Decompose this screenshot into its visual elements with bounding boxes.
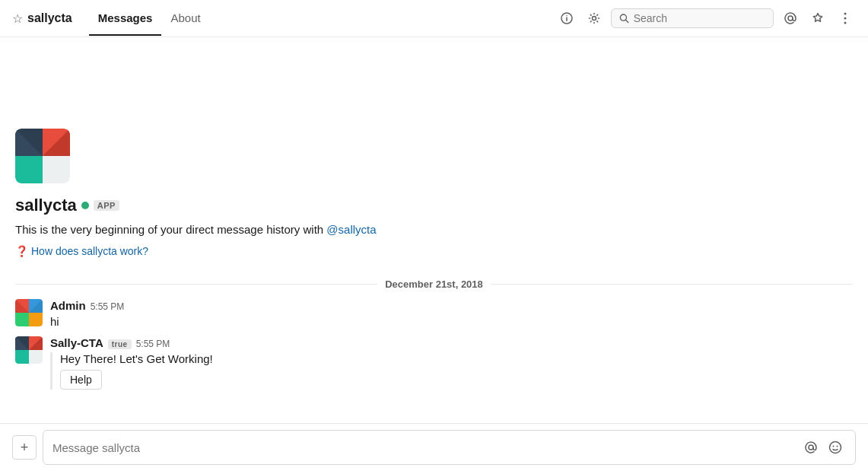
bot-mention-link[interactable]: @sallycta — [326, 223, 376, 236]
date-label: December 21st, 2018 — [385, 278, 483, 290]
sallycta-avatar-small — [15, 336, 43, 364]
at-mention-button[interactable] — [800, 437, 822, 458]
message-content: Admin 5:55 PM hi — [50, 299, 853, 331]
intro-name-row: sallycta APP — [15, 196, 853, 215]
header-right — [556, 8, 856, 29]
header: ☆ sallycta Messages About — [0, 0, 868, 37]
date-divider: December 21st, 2018 — [0, 272, 868, 296]
header-left: ☆ sallycta Messages About — [12, 2, 556, 36]
input-actions — [800, 437, 846, 458]
message-content: Sally-CTA true 5:55 PM Hey There! Let's … — [50, 336, 853, 390]
search-input[interactable] — [634, 12, 765, 24]
more-icon-button[interactable] — [835, 8, 856, 29]
message-input-wrapper[interactable] — [43, 430, 856, 465]
header-tabs: Messages About — [89, 2, 210, 36]
svg-point-32 — [830, 442, 841, 453]
svg-rect-27 — [15, 350, 29, 364]
svg-rect-21 — [29, 313, 43, 326]
message-time: 5:55 PM — [136, 339, 170, 349]
at-icon-button[interactable] — [780, 8, 801, 29]
admin-avatar — [15, 299, 43, 326]
help-button[interactable]: Help — [60, 370, 102, 390]
star-icon[interactable]: ☆ — [12, 11, 23, 26]
bot-name: sallycta — [15, 196, 77, 215]
svg-line-5 — [626, 20, 628, 22]
main-content: sallycta APP This is the very beginning … — [0, 37, 868, 423]
avatar — [15, 336, 43, 364]
svg-rect-14 — [43, 156, 70, 183]
app-badge: APP — [94, 200, 119, 211]
info-icon-button[interactable] — [556, 8, 577, 29]
table-row: Admin 5:55 PM hi — [15, 296, 853, 334]
sender-name[interactable]: Sally-CTA — [50, 336, 103, 349]
add-attachment-button[interactable]: + — [12, 435, 37, 460]
table-row: Sally-CTA true 5:55 PM Hey There! Let's … — [15, 333, 853, 393]
message-input[interactable] — [52, 441, 800, 454]
channel-intro: sallycta APP This is the very beginning … — [0, 37, 868, 272]
app-badge: true — [108, 339, 132, 349]
svg-rect-20 — [15, 313, 29, 326]
svg-point-34 — [837, 446, 838, 447]
svg-point-9 — [844, 22, 847, 24]
messages-list: Admin 5:55 PM hi — [0, 296, 868, 399]
settings-icon-button[interactable] — [583, 8, 605, 29]
bot-avatar-large — [15, 129, 70, 183]
message-attachment: Hey There! Let's Get Working! Help — [50, 352, 853, 390]
sender-name[interactable]: Admin — [50, 299, 86, 312]
svg-rect-2 — [566, 15, 568, 17]
svg-rect-28 — [29, 350, 43, 364]
message-text: hi — [50, 313, 853, 331]
favorites-icon-button[interactable] — [807, 8, 828, 29]
intro-avatar — [15, 129, 70, 183]
intro-description: This is the very beginning of your direc… — [15, 221, 853, 239]
how-does-it-work-link[interactable]: ❓ How does sallycta work? — [15, 245, 853, 257]
message-time: 5:55 PM — [91, 301, 125, 312]
tab-about[interactable]: About — [161, 2, 209, 36]
svg-point-31 — [809, 445, 813, 450]
emoji-button[interactable] — [825, 437, 846, 458]
message-header: Admin 5:55 PM — [50, 299, 853, 312]
message-header: Sally-CTA true 5:55 PM — [50, 336, 853, 349]
channel-title: sallycta — [27, 11, 72, 25]
online-status-dot — [81, 202, 89, 209]
svg-rect-13 — [15, 156, 43, 183]
svg-rect-1 — [566, 18, 568, 22]
search-icon — [619, 13, 629, 24]
svg-point-33 — [833, 446, 835, 447]
tab-messages[interactable]: Messages — [89, 2, 162, 36]
svg-point-7 — [844, 13, 847, 15]
svg-point-8 — [844, 18, 847, 20]
svg-point-3 — [593, 17, 596, 21]
question-icon: ❓ — [15, 245, 28, 257]
search-bar[interactable] — [611, 8, 774, 28]
attachment-text: Hey There! Let's Get Working! — [60, 352, 853, 365]
svg-point-6 — [788, 16, 793, 21]
message-input-bar: + — [0, 423, 868, 471]
avatar — [15, 299, 43, 326]
